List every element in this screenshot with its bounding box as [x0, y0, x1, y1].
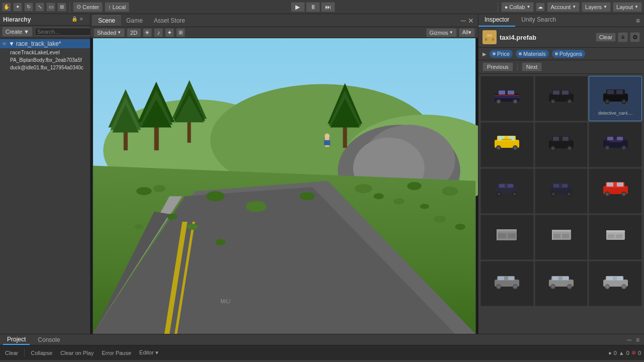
filter-materials[interactable]: Materials	[516, 50, 549, 58]
asset-item-9[interactable]	[589, 168, 642, 214]
prefab-icon	[482, 30, 497, 44]
asset-item-13[interactable]	[480, 261, 534, 306]
asset-thumb-3	[598, 79, 633, 110]
list-view-btn[interactable]: ≡	[618, 32, 628, 42]
svg-rect-68	[553, 90, 559, 95]
asset-item-8[interactable]	[535, 168, 588, 214]
hierarchy-item-1[interactable]: raceTrackLakeLevel	[0, 48, 90, 56]
previous-btn[interactable]: Previous	[482, 62, 513, 71]
asset-item-3[interactable]: detective_car4....	[589, 76, 642, 121]
svg-rect-55	[492, 38, 494, 41]
svg-point-130	[606, 193, 609, 196]
asset-item-4[interactable]	[480, 122, 534, 167]
collapse-btn[interactable]: Collapse	[29, 349, 54, 357]
local-btn[interactable]: ↑ Local	[105, 2, 129, 12]
all-btn[interactable]: All▾	[459, 28, 475, 37]
editor-dropdown-btn[interactable]: Editor ▾	[137, 348, 160, 357]
asset-item-15[interactable]	[589, 261, 642, 306]
tab-inspector[interactable]: Inspector	[478, 14, 515, 27]
shading-btn[interactable]: Shaded ▼	[94, 28, 125, 37]
hierarchy-item-3[interactable]: duck@idle01.fbx_127954a0340c	[0, 64, 90, 71]
asset-item-5[interactable]	[535, 122, 588, 167]
rotate-tool[interactable]: ↻	[24, 3, 33, 12]
svg-rect-54	[485, 38, 487, 41]
svg-rect-69	[562, 90, 569, 95]
gizmos-btn[interactable]: Gizmos ▼	[426, 28, 457, 37]
transform-tool[interactable]: ⊞	[57, 3, 66, 12]
asset-item-6[interactable]	[589, 122, 642, 167]
svg-point-35	[206, 191, 224, 201]
hierarchy-item-root[interactable]: 👁 ▼ race_track_lake*	[0, 39, 90, 48]
create-arrow: ▼	[24, 29, 29, 35]
shading-arrow: ▼	[117, 30, 121, 35]
minimize-icon[interactable]: ─	[461, 17, 466, 25]
show-grid-icon[interactable]: ⊞	[176, 28, 185, 37]
settings-btn[interactable]: ⚙	[630, 32, 640, 42]
status-circle: ●	[608, 350, 612, 356]
layers-btn[interactable]: Layers ▼	[582, 2, 611, 12]
filter-price[interactable]: Price	[490, 50, 513, 58]
asset-thumb-14	[543, 264, 579, 295]
svg-point-154	[514, 285, 517, 288]
svg-point-45	[373, 193, 383, 199]
asset-item-10[interactable]	[480, 215, 534, 260]
rect-tool[interactable]: ▭	[46, 3, 55, 12]
asset-thumb-15	[598, 264, 633, 295]
bottom-menu-icon[interactable]: ≡	[634, 336, 641, 343]
layout-btn[interactable]: Layout ▼	[613, 2, 642, 12]
asset-item-14[interactable]	[535, 261, 588, 306]
mode-2d-btn[interactable]: 2D	[127, 28, 141, 37]
center-btn[interactable]: ⊙ Center	[73, 2, 103, 12]
account-btn[interactable]: Account ▼	[547, 2, 580, 12]
svg-point-81	[622, 100, 625, 103]
collab-group: ● Collab ▼	[501, 2, 534, 12]
next-btn[interactable]: Next	[522, 62, 542, 71]
clear-on-play-btn[interactable]: Clear on Play	[58, 349, 96, 357]
clear-button[interactable]: Clear	[596, 33, 616, 42]
pagination-row: Previous Next	[478, 60, 644, 74]
error-pause-btn[interactable]: Error Pause	[100, 349, 133, 357]
asset-item-7[interactable]	[480, 168, 534, 214]
scale-tool[interactable]: ⤡	[35, 3, 44, 12]
svg-point-61	[497, 100, 500, 103]
step-button[interactable]: ⏭	[321, 2, 335, 12]
tab-scene[interactable]: Scene	[93, 15, 121, 26]
bottom-minimize-icon[interactable]: ─	[625, 336, 633, 343]
move-tool[interactable]: ✦	[13, 3, 22, 12]
clear-console-btn[interactable]: Clear	[3, 349, 20, 357]
pause-button[interactable]: ⏸	[306, 2, 320, 12]
effects-icon[interactable]: ✦	[165, 28, 174, 37]
close-icon[interactable]: ✕	[468, 17, 474, 25]
svg-rect-76	[607, 90, 614, 94]
asset-item-1[interactable]	[480, 76, 534, 121]
filter-polygons[interactable]: Polygons	[552, 50, 585, 58]
tab-console[interactable]: Console	[34, 335, 64, 344]
tab-game[interactable]: Game	[121, 15, 148, 26]
hand-tool[interactable]: ✋	[2, 3, 11, 12]
svg-point-170	[622, 285, 625, 288]
cloud-icon[interactable]: ☁	[536, 3, 545, 12]
tab-asset-store[interactable]: Asset Store	[148, 15, 191, 26]
tab-project[interactable]: Project	[3, 335, 30, 345]
svg-rect-166	[617, 277, 623, 280]
scene-viewport[interactable]: M/L/	[91, 38, 478, 334]
asset-item-11[interactable]	[535, 215, 588, 260]
collab-btn[interactable]: ● Collab ▼	[501, 2, 534, 12]
svg-rect-32	[324, 140, 330, 145]
tab-unity-search[interactable]: Unity Search	[515, 14, 562, 27]
svg-point-106	[622, 146, 625, 149]
inspector-menu-icon[interactable]: ≡	[634, 17, 642, 25]
asset-item-12[interactable]	[589, 215, 642, 260]
light-icon[interactable]: ☀	[143, 28, 152, 37]
right-panel: Inspector Unity Search ≡ taxi4.prefab Cl…	[478, 14, 644, 334]
asset-item-2[interactable]	[535, 76, 588, 121]
create-btn[interactable]: Create ▼	[2, 27, 33, 37]
play-button[interactable]: ▶	[291, 2, 305, 12]
svg-rect-94	[562, 137, 569, 141]
hierarchy-item-2[interactable]: PA_BiplanBody.fbx_2eab703a5f	[0, 56, 90, 64]
layers-group: Layers ▼	[582, 2, 611, 12]
lock-icon[interactable]: 🔒	[71, 16, 78, 23]
audio-icon[interactable]: ♪	[154, 28, 163, 37]
svg-rect-165	[607, 277, 613, 280]
menu-icon[interactable]: ≡	[80, 16, 87, 23]
